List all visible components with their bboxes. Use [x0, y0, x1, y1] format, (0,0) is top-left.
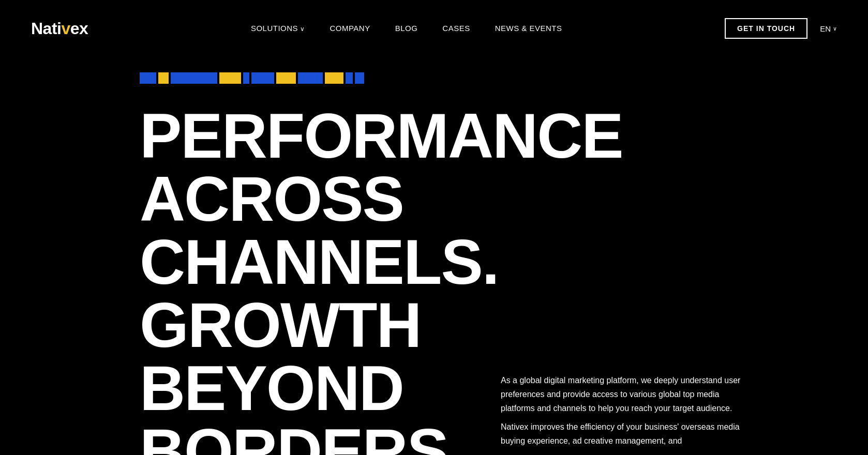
pixel-segment [243, 72, 249, 84]
nav-item-cases[interactable]: CASES [442, 24, 470, 33]
hero-description: As a global digital marketing platform, … [501, 373, 754, 452]
pixel-segment [276, 72, 296, 84]
description-paragraph-2: Nativex improves the efficiency of your … [501, 420, 754, 448]
pixel-segment [298, 72, 323, 84]
nav-link-company[interactable]: COMPANY [330, 24, 370, 33]
get-in-touch-button[interactable]: GET IN TOUCH [725, 18, 807, 39]
nav-item-news-events[interactable]: NEWS & EVENTS [495, 24, 562, 33]
nav-links: SOLUTIONS COMPANY BLOG CASES NEWS & EVEN… [251, 24, 562, 33]
pixel-bar [140, 72, 837, 84]
pixel-segment [140, 72, 156, 84]
logo-text: Nativex [31, 19, 88, 38]
nav-right: GET IN TOUCH EN [725, 18, 837, 39]
headline-line1: PERFORMANCE [140, 101, 623, 171]
nav-link-cases[interactable]: CASES [442, 24, 470, 33]
pixel-segment [355, 72, 364, 84]
pixel-segment [325, 72, 343, 84]
pixel-segment [219, 72, 241, 84]
nav-item-company[interactable]: COMPANY [330, 24, 370, 33]
hero-section: PERFORMANCE ACROSS CHANNELS. GROWTH BEYO… [0, 57, 868, 455]
pixel-segment [251, 72, 274, 84]
pixel-segment [346, 72, 353, 84]
logo[interactable]: Nativex [31, 19, 88, 38]
nav-link-blog[interactable]: BLOG [395, 24, 418, 33]
navbar: Nativex SOLUTIONS COMPANY BLOG CASES NEW… [0, 0, 868, 57]
pixel-segment [158, 72, 169, 84]
nav-link-news-events[interactable]: NEWS & EVENTS [495, 24, 562, 33]
headline-line4: BEYOND BORDERS. [140, 353, 465, 455]
headline-line2: ACROSS CHANNELS. [140, 164, 499, 297]
headline-line3: GROWTH [140, 290, 421, 360]
logo-dot: v [61, 19, 70, 38]
nav-link-solutions[interactable]: SOLUTIONS [251, 24, 305, 33]
nav-item-solutions[interactable]: SOLUTIONS [251, 24, 305, 33]
description-paragraph-1: As a global digital marketing platform, … [501, 373, 754, 416]
nav-item-blog[interactable]: BLOG [395, 24, 418, 33]
language-selector[interactable]: EN [820, 24, 837, 33]
pixel-segment [171, 72, 217, 84]
